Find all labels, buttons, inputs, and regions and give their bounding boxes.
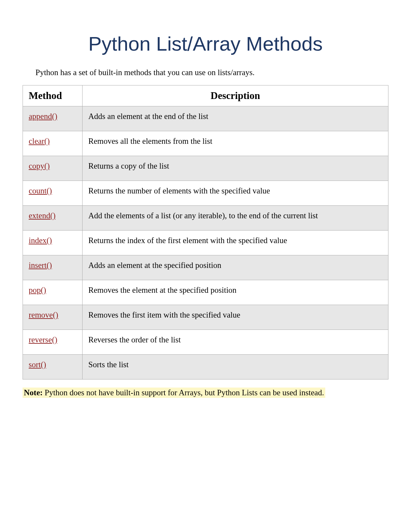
table-row: remove() Removes the first item with the… (23, 305, 388, 330)
method-link-clear[interactable]: clear() (29, 137, 50, 145)
page-title: Python List/Array Methods (23, 32, 388, 55)
method-description: Removes the element at the specified pos… (88, 286, 237, 294)
method-link-remove[interactable]: remove() (29, 310, 58, 319)
methods-table: Method Description append() Adds an elem… (23, 85, 388, 379)
table-row: reverse() Reverses the order of the list (23, 330, 388, 355)
note-callout: Note: Python does not have built-in supp… (23, 388, 325, 398)
method-description: Reverses the order of the list (88, 335, 181, 344)
method-link-index[interactable]: index() (29, 236, 52, 245)
method-description: Add the elements of a list (or any itera… (88, 211, 318, 220)
table-row: sort() Sorts the list (23, 355, 388, 379)
method-description: Returns the number of elements with the … (88, 186, 270, 195)
method-link-pop[interactable]: pop() (29, 286, 46, 294)
table-row: count() Returns the number of elements w… (23, 181, 388, 206)
column-header-method: Method (23, 85, 83, 106)
method-link-reverse[interactable]: reverse() (29, 335, 57, 344)
table-row: pop() Removes the element at the specifi… (23, 280, 388, 305)
note-text: Python does not have built-in support fo… (43, 388, 324, 397)
method-description: Returns a copy of the list (88, 162, 169, 170)
method-link-sort[interactable]: sort() (29, 360, 46, 369)
method-link-count[interactable]: count() (29, 186, 52, 195)
method-description: Sorts the list (88, 360, 129, 369)
table-row: append() Adds an element at the end of t… (23, 106, 388, 131)
intro-text: Python has a set of built-in methods tha… (35, 68, 388, 77)
method-description: Returns the index of the first element w… (88, 236, 287, 245)
method-link-copy[interactable]: copy() (29, 162, 50, 170)
method-link-extend[interactable]: extend() (29, 211, 55, 220)
table-row: index() Returns the index of the first e… (23, 231, 388, 255)
table-row: copy() Returns a copy of the list (23, 156, 388, 181)
table-row: extend() Add the elements of a list (or … (23, 206, 388, 231)
table-row: insert() Adds an element at the specifie… (23, 255, 388, 280)
method-description: Removes all the elements from the list (88, 137, 212, 145)
method-description: Adds an element at the specified positio… (88, 261, 221, 270)
method-link-append[interactable]: append() (29, 112, 57, 121)
note-label: Note: (24, 388, 43, 397)
table-row: clear() Removes all the elements from th… (23, 131, 388, 156)
method-description: Adds an element at the end of the list (88, 112, 208, 121)
method-link-insert[interactable]: insert() (29, 261, 52, 270)
method-description: Removes the first item with the specifie… (88, 310, 240, 319)
column-header-description: Description (83, 85, 388, 106)
